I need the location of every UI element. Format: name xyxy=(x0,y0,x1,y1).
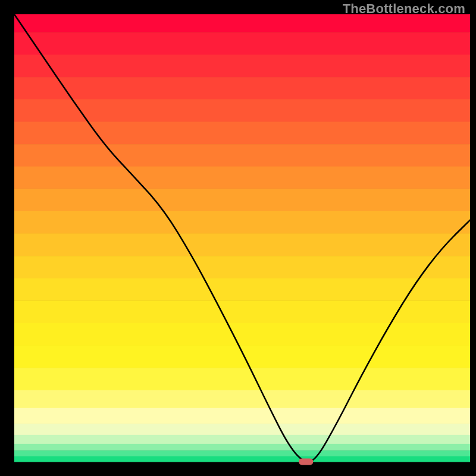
svg-rect-5 xyxy=(14,121,470,144)
svg-rect-18 xyxy=(14,408,470,424)
svg-rect-2 xyxy=(14,55,470,77)
chart-container: { "watermark": "TheBottleneck.com", "plo… xyxy=(0,0,476,476)
svg-rect-17 xyxy=(14,390,470,409)
optimal-marker xyxy=(299,459,313,465)
svg-rect-10 xyxy=(14,233,470,256)
svg-rect-22 xyxy=(14,450,470,456)
gradient-background xyxy=(14,14,470,462)
svg-rect-0 xyxy=(14,14,470,33)
svg-rect-4 xyxy=(14,99,470,122)
svg-rect-20 xyxy=(14,435,470,444)
svg-rect-3 xyxy=(14,77,470,99)
svg-rect-9 xyxy=(14,211,470,234)
svg-rect-6 xyxy=(14,144,470,167)
bottleneck-chart xyxy=(0,0,476,476)
svg-rect-19 xyxy=(14,424,470,435)
svg-rect-7 xyxy=(14,167,470,189)
svg-rect-14 xyxy=(14,323,470,346)
svg-rect-11 xyxy=(14,256,470,278)
svg-rect-16 xyxy=(14,368,470,390)
svg-rect-21 xyxy=(14,444,470,451)
svg-rect-23 xyxy=(14,456,470,462)
svg-rect-8 xyxy=(14,189,470,211)
svg-rect-12 xyxy=(14,278,470,301)
svg-rect-1 xyxy=(14,32,470,55)
svg-rect-15 xyxy=(14,345,470,368)
watermark-text: TheBottleneck.com xyxy=(343,1,465,17)
